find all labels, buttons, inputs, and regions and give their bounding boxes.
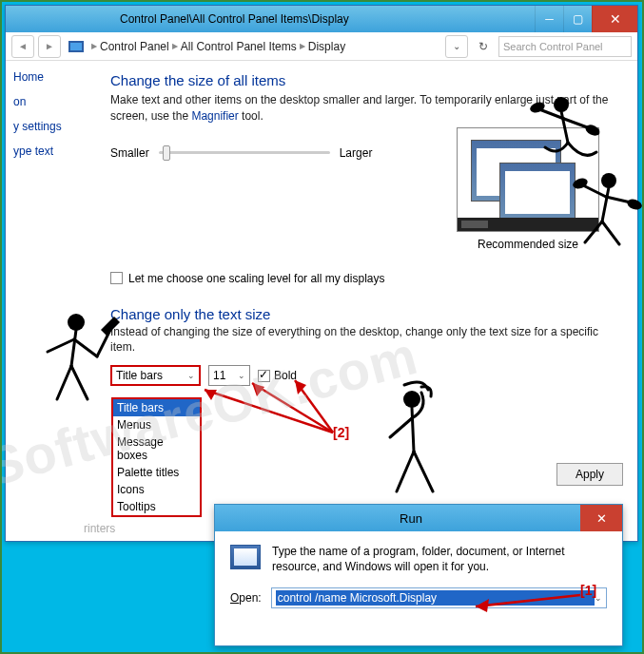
open-value: control /name Microsoft.Display [276, 590, 595, 606]
dropdown-option[interactable]: Tooltips [113, 498, 200, 515]
maximize-button[interactable]: ▢ [563, 6, 592, 32]
dropdown-option[interactable]: Palette titles [113, 464, 200, 481]
back-button[interactable]: ◄ [11, 35, 34, 58]
sidebar-link[interactable]: on [13, 95, 72, 108]
section-description: Instead of changing the size of everythi… [110, 324, 618, 356]
chevron-icon: ▶ [91, 42, 97, 50]
window-title: Control Panel\All Control Panel Items\Di… [110, 12, 535, 26]
scaling-checkbox[interactable] [110, 272, 123, 284]
dropdown-option[interactable]: Title bars [113, 399, 200, 416]
search-input[interactable]: Search Control Panel [498, 36, 632, 57]
chevron-down-icon: ⌄ [238, 371, 245, 380]
chevron-down-icon: ⌄ [595, 593, 602, 603]
run-dialog: Run ✕ Type the name of a program, folder… [214, 504, 623, 646]
refresh-icon[interactable]: ↻ [472, 35, 495, 58]
control-panel-icon [68, 41, 84, 52]
forward-button[interactable]: ► [38, 35, 61, 58]
size-slider[interactable] [159, 144, 330, 163]
recommended-label: Recommended size [457, 238, 599, 251]
bold-label: Bold [274, 369, 297, 382]
section-description: Make text and other items on the desktop… [110, 92, 618, 125]
run-title: Run [242, 511, 580, 526]
open-input[interactable]: control /name Microsoft.Display ⌄ [271, 587, 607, 608]
scaling-label: Let me choose one scaling level for all … [128, 272, 384, 285]
dropdown-option[interactable]: Menus [113, 416, 200, 433]
dropdown-option[interactable]: Icons [113, 481, 200, 498]
breadcrumb-item[interactable]: Display [308, 40, 345, 53]
slider-label-smaller: Smaller [110, 146, 149, 160]
run-close-button[interactable]: ✕ [580, 505, 622, 531]
section-heading: Change only the text size [110, 306, 618, 322]
sidebar: Home on y settings ype text [6, 61, 72, 541]
sidebar-bottom-link[interactable]: rinters [84, 522, 115, 535]
item-select[interactable]: Title bars ⌄ [110, 365, 201, 386]
breadcrumb-item[interactable]: Control Panel [100, 40, 169, 53]
slider-label-larger: Larger [340, 146, 373, 160]
breadcrumb[interactable]: ▶ Control Panel ▶ All Control Panel Item… [91, 40, 441, 53]
toolbar: ◄ ► ▶ Control Panel ▶ All Control Panel … [6, 32, 637, 61]
chevron-down-icon: ⌄ [187, 371, 195, 380]
slider-thumb[interactable] [163, 145, 170, 161]
close-button[interactable]: ✕ [592, 6, 637, 32]
control-panel-window: Control Panel\All Control Panel Items\Di… [5, 5, 638, 542]
chevron-icon: ▶ [300, 42, 305, 50]
preview-box: Recommended size [457, 127, 599, 251]
section-heading: Change the size of all items [110, 72, 618, 88]
breadcrumb-item[interactable]: All Control Panel Items [181, 40, 297, 53]
dropdown-option[interactable]: Message boxes [113, 433, 200, 464]
open-label: Open: [230, 591, 262, 605]
titlebar[interactable]: Control Panel\All Control Panel Items\Di… [6, 6, 637, 32]
run-titlebar[interactable]: Run ✕ [215, 505, 622, 531]
chevron-icon: ▶ [172, 42, 178, 50]
bold-checkbox[interactable] [258, 370, 270, 382]
run-description: Type the name of a program, folder, docu… [272, 545, 607, 574]
sidebar-link[interactable]: y settings [13, 120, 72, 133]
run-icon [230, 545, 261, 569]
sidebar-link[interactable]: ype text [13, 144, 72, 158]
item-dropdown[interactable]: Title bars Menus Message boxes Palette t… [111, 397, 202, 517]
sidebar-link[interactable]: Home [13, 70, 72, 84]
magnifier-link[interactable]: Magnifier [191, 109, 238, 123]
history-dropdown[interactable]: ⌄ [445, 35, 468, 58]
apply-button[interactable]: Apply [556, 463, 623, 486]
size-select[interactable]: 11 ⌄ [208, 365, 250, 386]
minimize-button[interactable]: ─ [535, 6, 563, 32]
preview-image [457, 127, 599, 232]
